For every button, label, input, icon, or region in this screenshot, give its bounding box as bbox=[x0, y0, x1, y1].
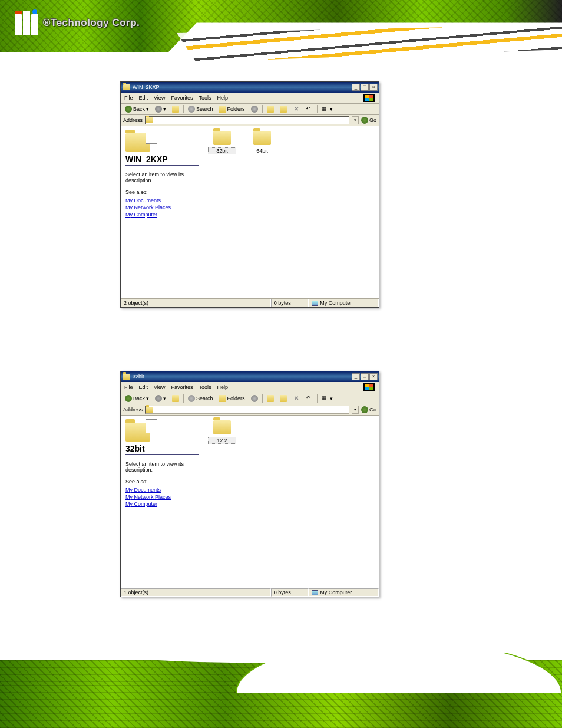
menu-help[interactable]: Help bbox=[217, 384, 228, 390]
link-my-network-places[interactable]: My Network Places bbox=[125, 205, 199, 210]
separator bbox=[262, 105, 263, 113]
go-icon bbox=[361, 406, 368, 413]
move-to-button[interactable] bbox=[265, 105, 276, 113]
left-info-panel: WIN_2KXP Select an item to view its desc… bbox=[121, 126, 203, 298]
menu-view[interactable]: View bbox=[154, 95, 165, 101]
minimize-button[interactable]: _ bbox=[352, 373, 360, 380]
forward-icon bbox=[155, 395, 162, 402]
status-objects: 1 object(s) bbox=[121, 588, 271, 597]
windows-flag-icon bbox=[363, 94, 375, 102]
link-my-computer[interactable]: My Computer bbox=[125, 501, 199, 507]
go-button[interactable]: Go bbox=[361, 117, 376, 124]
copy-to-button[interactable] bbox=[278, 105, 289, 113]
titlebar[interactable]: WIN_2KXP _ □ × bbox=[121, 82, 379, 93]
status-bytes: 0 bytes bbox=[271, 588, 309, 597]
history-button[interactable] bbox=[249, 105, 260, 113]
menu-view[interactable]: View bbox=[154, 384, 165, 390]
forward-button[interactable]: ▾ bbox=[153, 394, 168, 403]
address-input[interactable] bbox=[145, 116, 349, 124]
link-my-documents[interactable]: My Documents bbox=[125, 197, 199, 203]
undo-button[interactable]: ↶ bbox=[304, 105, 315, 113]
views-button[interactable]: ▦▾ bbox=[320, 394, 335, 403]
menu-tools[interactable]: Tools bbox=[199, 384, 211, 390]
folder-label: 64bit bbox=[248, 147, 276, 154]
company-logo: ®Technology Corp. bbox=[15, 11, 140, 35]
copy-icon bbox=[280, 395, 287, 402]
link-my-network-places[interactable]: My Network Places bbox=[125, 494, 199, 500]
folders-icon bbox=[219, 395, 226, 402]
up-button[interactable] bbox=[170, 105, 181, 113]
folder-item-64bit[interactable]: 64bit bbox=[248, 131, 276, 154]
menu-file[interactable]: File bbox=[124, 384, 133, 390]
back-button[interactable]: Back ▾ bbox=[123, 105, 151, 113]
maximize-button[interactable]: □ bbox=[361, 84, 369, 91]
menu-favorites[interactable]: Favorites bbox=[171, 384, 193, 390]
menu-edit[interactable]: Edit bbox=[139, 95, 148, 101]
content-area: 32bit Select an item to view its descrip… bbox=[121, 416, 379, 588]
minimize-button[interactable]: _ bbox=[352, 84, 360, 91]
history-button[interactable] bbox=[249, 394, 260, 403]
search-button[interactable]: Search bbox=[186, 105, 215, 113]
folder-icon bbox=[213, 131, 231, 145]
delete-button[interactable]: ✕ bbox=[291, 394, 302, 403]
maximize-button[interactable]: □ bbox=[361, 373, 369, 380]
computer-icon bbox=[312, 301, 318, 306]
close-button[interactable]: × bbox=[369, 84, 378, 91]
menubar: File Edit View Favorites Tools Help bbox=[121, 382, 379, 393]
history-icon bbox=[251, 106, 258, 113]
menu-edit[interactable]: Edit bbox=[139, 384, 148, 390]
search-button[interactable]: Search bbox=[186, 394, 215, 403]
back-button[interactable]: Back ▾ bbox=[123, 394, 151, 403]
folder-icon bbox=[213, 420, 231, 434]
folder-item-32bit[interactable]: 32bit bbox=[208, 131, 236, 154]
address-dropdown[interactable]: ▾ bbox=[352, 116, 359, 124]
window-title: 32bit bbox=[133, 374, 144, 380]
folder-icon bbox=[123, 374, 130, 380]
move-to-button[interactable] bbox=[265, 394, 276, 403]
folders-button[interactable]: Folders bbox=[217, 105, 247, 113]
undo-button[interactable]: ↶ bbox=[304, 394, 315, 403]
close-button[interactable]: × bbox=[369, 373, 378, 380]
file-list-area[interactable]: 32bit 64bit bbox=[203, 126, 379, 298]
statusbar: 1 object(s) 0 bytes My Computer bbox=[121, 588, 379, 597]
titlebar[interactable]: 32bit _ □ × bbox=[121, 371, 379, 382]
menu-file[interactable]: File bbox=[124, 95, 133, 101]
menu-help[interactable]: Help bbox=[217, 95, 228, 101]
file-list-area[interactable]: 12.2 bbox=[203, 416, 379, 588]
forward-button[interactable]: ▾ bbox=[153, 105, 168, 113]
delete-button[interactable]: ✕ bbox=[291, 105, 302, 113]
folder-title: 32bit bbox=[125, 444, 199, 455]
copy-icon bbox=[280, 106, 287, 113]
folders-button[interactable]: Folders bbox=[217, 394, 247, 403]
separator bbox=[317, 105, 318, 113]
go-icon bbox=[361, 117, 368, 124]
up-icon bbox=[172, 395, 179, 402]
toolbar: Back ▾ ▾ Search Folders ✕ ↶ ▦▾ bbox=[121, 393, 379, 404]
statusbar: 2 object(s) 0 bytes My Computer bbox=[121, 298, 379, 307]
header-stripes-decoration bbox=[177, 21, 562, 62]
up-button[interactable] bbox=[170, 394, 181, 403]
separator bbox=[317, 394, 318, 403]
see-also-label: See also: bbox=[125, 189, 199, 195]
menu-favorites[interactable]: Favorites bbox=[171, 95, 193, 101]
move-icon bbox=[267, 106, 274, 113]
copy-to-button[interactable] bbox=[278, 394, 289, 403]
forward-icon bbox=[155, 106, 162, 113]
views-button[interactable]: ▦▾ bbox=[320, 105, 335, 113]
folders-icon bbox=[219, 106, 226, 113]
address-input[interactable] bbox=[145, 406, 349, 414]
address-label: Address bbox=[123, 407, 143, 413]
separator bbox=[262, 394, 263, 403]
logo-mark-icon bbox=[15, 11, 38, 35]
menu-tools[interactable]: Tools bbox=[199, 95, 211, 101]
folder-item-12-2[interactable]: 12.2 bbox=[208, 420, 236, 444]
link-my-computer[interactable]: My Computer bbox=[125, 212, 199, 218]
separator bbox=[183, 394, 184, 403]
search-icon bbox=[188, 395, 195, 402]
link-my-documents[interactable]: My Documents bbox=[125, 487, 199, 493]
views-icon: ▦ bbox=[322, 395, 329, 402]
go-button[interactable]: Go bbox=[361, 406, 376, 413]
address-dropdown[interactable]: ▾ bbox=[352, 406, 359, 414]
see-also-label: See also: bbox=[125, 479, 199, 485]
status-objects: 2 object(s) bbox=[121, 299, 271, 307]
